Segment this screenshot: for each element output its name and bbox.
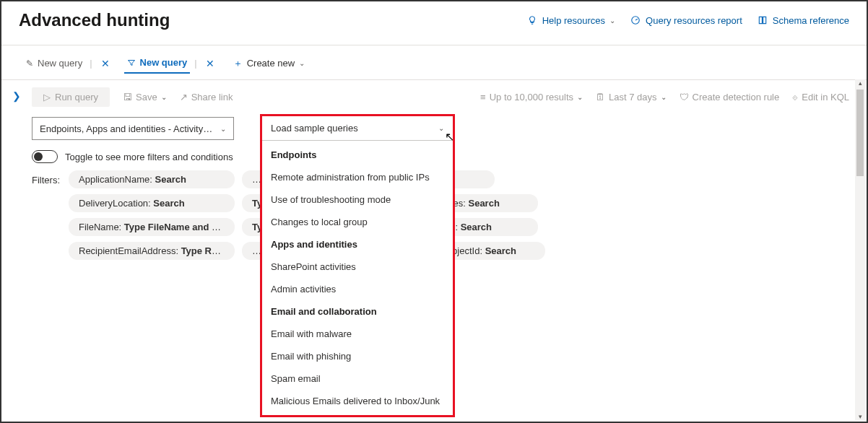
sample-queries-select[interactable]: Load sample queries ⌄ xyxy=(262,116,453,141)
dropdown-item[interactable]: Email with phishing xyxy=(262,345,453,367)
toggle-label: Toggle to see more filters and condition… xyxy=(65,152,233,162)
list-icon: ≡ xyxy=(480,92,486,103)
dropdown-item[interactable]: Email with malware xyxy=(262,323,453,345)
help-resources-link[interactable]: Help resources ⌄ xyxy=(526,14,615,26)
dropdown-item[interactable]: SharePoint activities xyxy=(262,256,453,278)
pencil-icon: ✎ xyxy=(26,58,33,69)
save-icon: 🖫 xyxy=(123,92,132,103)
chevron-down-icon: ⌄ xyxy=(299,59,305,67)
dropdown-item[interactable]: Spam email xyxy=(262,367,453,390)
scrollbar-thumb[interactable] xyxy=(856,90,864,176)
filters-label: Filters: xyxy=(32,170,60,186)
scope-select[interactable]: Endpoints, Apps and identities - Activit… xyxy=(32,117,234,140)
dropdown-item[interactable]: Malicious Emails delivered to Inbox/Junk xyxy=(262,390,453,412)
filter-pill[interactable]: ApplicationName: Search xyxy=(69,170,235,188)
chevron-down-icon: ⌄ xyxy=(661,93,667,101)
tab-new-query-2[interactable]: New query xyxy=(124,53,191,74)
share-icon: ↗ xyxy=(180,92,188,103)
play-icon: ▷ xyxy=(43,92,51,103)
sample-queries-dropdown: Load sample queries ⌄ EndpointsRemote ad… xyxy=(260,114,455,417)
chevron-down-icon: ⌄ xyxy=(161,93,167,101)
chevron-down-icon: ⌄ xyxy=(609,17,615,25)
shield-icon: 🛡 xyxy=(680,92,689,103)
dropdown-item[interactable]: Admin activities xyxy=(262,278,453,300)
close-tab-2[interactable]: ✕ xyxy=(201,58,219,69)
dropdown-category: Endpoints xyxy=(262,144,453,166)
dropdown-category: Email and collaboration xyxy=(262,300,453,323)
tab-new-query-1[interactable]: ✎ New query xyxy=(23,53,85,73)
filter-icon xyxy=(127,58,136,67)
calendar-icon: 🗓 xyxy=(596,92,605,103)
dropdown-item[interactable]: Use of troubleshooting mode xyxy=(262,188,453,211)
share-link-button[interactable]: ↗ Share link xyxy=(180,92,233,103)
plus-icon: ＋ xyxy=(233,57,243,70)
page-title: Advanced hunting xyxy=(19,10,170,30)
expand-sidebar-button[interactable]: ❯ xyxy=(1,80,32,260)
edit-in-kql-button[interactable]: ⟐ Edit in KQL xyxy=(792,92,849,103)
create-new-button[interactable]: ＋ Create new ⌄ xyxy=(233,57,305,70)
book-icon xyxy=(757,14,768,26)
gauge-icon xyxy=(630,14,641,26)
chevron-down-icon: ⌄ xyxy=(577,93,583,101)
scrollbar[interactable] xyxy=(855,79,865,420)
dropdown-category: Apps and identities xyxy=(262,233,453,256)
chevron-down-icon: ⌄ xyxy=(438,124,444,132)
query-resources-report-link[interactable]: Query resources report xyxy=(630,14,742,26)
lightbulb-icon xyxy=(526,14,538,26)
code-icon: ⟐ xyxy=(792,92,798,103)
schema-reference-link[interactable]: Schema reference xyxy=(757,14,849,26)
filter-pill[interactable]: RecipientEmailAddress: Type Rec… xyxy=(69,242,235,260)
close-tab-1[interactable]: ✕ xyxy=(97,58,114,69)
more-filters-toggle[interactable] xyxy=(32,150,58,163)
create-detection-rule-button[interactable]: 🛡 Create detection rule xyxy=(680,92,780,103)
save-button[interactable]: 🖫 Save ⌄ xyxy=(123,92,167,103)
dropdown-item[interactable]: Remote administration from public IPs xyxy=(262,166,453,188)
filter-pill[interactable]: FileName: Type FileName and pr… xyxy=(69,218,235,236)
dropdown-item[interactable]: Changes to local group xyxy=(262,211,453,233)
run-query-button[interactable]: ▷ Run query xyxy=(32,87,110,107)
results-limit-dropdown[interactable]: ≡ Up to 10,000 results ⌄ xyxy=(480,92,583,103)
filter-pill[interactable]: DeliveryLocation: Search xyxy=(69,194,235,212)
chevron-down-icon: ⌄ xyxy=(220,125,226,133)
time-range-dropdown[interactable]: 🗓 Last 7 days ⌄ xyxy=(596,92,667,103)
